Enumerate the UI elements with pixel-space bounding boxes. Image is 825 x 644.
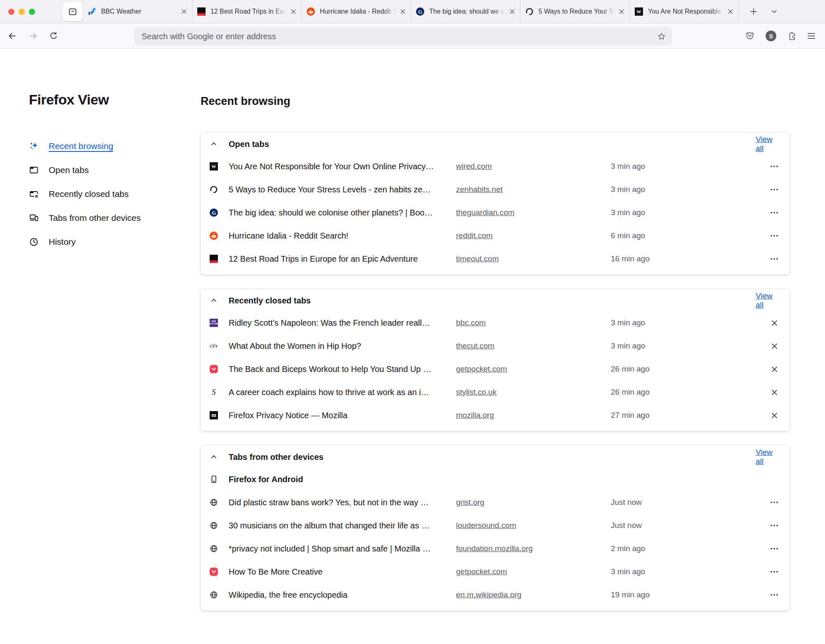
sidebar-item-recently-closed[interactable]: Recently closed tabs bbox=[29, 182, 177, 206]
tab-title: 5 Ways to Reduce Your St bbox=[539, 8, 616, 15]
app-menu-button[interactable] bbox=[807, 32, 816, 40]
row-dismiss-button[interactable] bbox=[768, 410, 780, 421]
list-all-tabs-button[interactable] bbox=[768, 6, 780, 17]
browser-tab[interactable]: Hurricane Idalia - Reddit S bbox=[301, 0, 411, 23]
browser-tab[interactable]: BBC Weather bbox=[83, 0, 192, 23]
tab-row[interactable]: Hurricane Idalia - Reddit Search! reddit… bbox=[210, 224, 780, 247]
row-menu-button[interactable] bbox=[768, 568, 780, 575]
url-input[interactable] bbox=[141, 31, 656, 42]
extensions-button[interactable] bbox=[786, 30, 798, 42]
url-bar[interactable] bbox=[134, 27, 672, 45]
row-url-link[interactable]: mozilla.org bbox=[456, 411, 494, 420]
row-title: Ridley Scott’s Napoleon: Was the French … bbox=[229, 318, 456, 328]
close-window-button[interactable] bbox=[8, 9, 14, 15]
row-title: Firefox Privacy Notice — Mozilla bbox=[229, 411, 456, 420]
tab-row[interactable]: The Back and Biceps Workout to Help You … bbox=[210, 358, 780, 381]
collapse-chevron-icon[interactable] bbox=[210, 453, 218, 461]
collapse-chevron-icon[interactable] bbox=[210, 140, 218, 148]
sidebar-item-label: History bbox=[49, 237, 76, 247]
ellipsis-icon bbox=[771, 235, 778, 237]
row-menu-button[interactable] bbox=[768, 545, 780, 552]
collapse-chevron-icon[interactable] bbox=[210, 296, 218, 305]
row-menu-button[interactable] bbox=[768, 209, 780, 216]
sidebar-item-label: Tabs from other devices bbox=[49, 213, 141, 223]
tab-row[interactable]: THECUT What About the Women in Hip Hop? … bbox=[210, 334, 780, 358]
view-all-link[interactable]: View all bbox=[756, 448, 780, 466]
ellipsis-icon bbox=[771, 258, 778, 260]
reload-button[interactable] bbox=[48, 30, 59, 42]
firefox-view-button[interactable] bbox=[63, 2, 83, 21]
tab-close-icon[interactable] bbox=[290, 8, 297, 15]
tab-row[interactable]: m Firefox Privacy Notice — Mozilla mozil… bbox=[210, 404, 780, 427]
browser-tab[interactable]: 12 Best Road Trips in Euro bbox=[192, 0, 301, 23]
tab-row[interactable]: S A career coach explains how to thrive … bbox=[210, 381, 780, 404]
row-time: 26 min ago bbox=[611, 388, 756, 397]
row-url-link[interactable]: thecut.com bbox=[456, 341, 494, 350]
view-all-link[interactable]: View all bbox=[756, 291, 780, 310]
tab-row[interactable]: W You Are Not Responsible for Your Own O… bbox=[210, 155, 780, 178]
sidebar-item-history[interactable]: History bbox=[29, 230, 177, 254]
sidebar-item-open-tabs[interactable]: Open tabs bbox=[29, 158, 177, 182]
wired-icon: W bbox=[635, 7, 643, 16]
tab-close-icon[interactable] bbox=[727, 8, 734, 15]
row-time: 26 min ago bbox=[611, 365, 756, 374]
device-row: Firefox for Android bbox=[210, 468, 780, 491]
tab-row[interactable]: 12 Best Road Trips in Europe for an Epic… bbox=[210, 247, 780, 270]
view-all-link[interactable]: View all bbox=[756, 135, 780, 153]
row-menu-button[interactable] bbox=[768, 522, 780, 529]
s-extension-button[interactable]: S bbox=[765, 30, 777, 42]
row-dismiss-button[interactable] bbox=[768, 340, 780, 352]
tab-close-icon[interactable] bbox=[508, 8, 516, 15]
browser-tab[interactable]: 5 Ways to Reduce Your St bbox=[520, 0, 629, 23]
pocket-toolbar-button[interactable] bbox=[744, 30, 756, 42]
row-url-link[interactable]: en.m.wikipedia.org bbox=[456, 590, 521, 599]
tab-row[interactable]: 5 Ways to Reduce Your Stress Levels - ze… bbox=[210, 178, 780, 201]
timeout-icon bbox=[210, 255, 218, 263]
row-menu-button[interactable] bbox=[768, 163, 780, 170]
tab-close-icon[interactable] bbox=[180, 8, 188, 15]
timeout-icon bbox=[197, 7, 206, 16]
row-menu-button[interactable] bbox=[768, 186, 780, 193]
row-url-link[interactable]: foundation.mozilla.org bbox=[456, 544, 533, 553]
tab-row[interactable]: How To Be More Creative getpocket.com 3 … bbox=[210, 560, 780, 583]
row-dismiss-button[interactable] bbox=[768, 317, 780, 329]
tab-row[interactable]: Wikipedia, the free encyclopedia en.m.wi… bbox=[210, 583, 780, 606]
tab-row[interactable]: Did plastic straw bans work? Yes, but no… bbox=[210, 491, 780, 514]
tab-row[interactable]: *privacy not included | Shop smart and s… bbox=[210, 537, 780, 560]
tab-row[interactable]: BBBCULTURE Ridley Scott’s Napoleon: Was … bbox=[210, 311, 780, 334]
zoom-window-button[interactable] bbox=[29, 9, 35, 15]
sidebar-item-recent-browsing[interactable]: Recent browsing bbox=[29, 134, 177, 158]
browser-tab[interactable]: G The big idea: should we c bbox=[411, 0, 520, 23]
row-url-link[interactable]: getpocket.com bbox=[456, 365, 507, 374]
row-url-link[interactable]: wired.com bbox=[456, 162, 492, 171]
tab-close-icon[interactable] bbox=[399, 8, 407, 15]
chevron-down-icon bbox=[770, 7, 778, 16]
row-url-link[interactable]: zenhabits.net bbox=[456, 185, 503, 194]
row-dismiss-button[interactable] bbox=[768, 386, 780, 398]
row-url-link[interactable]: bbc.com bbox=[456, 318, 486, 327]
row-menu-button[interactable] bbox=[768, 592, 780, 598]
row-menu-button[interactable] bbox=[768, 256, 780, 262]
row-dismiss-button[interactable] bbox=[768, 363, 780, 375]
new-tab-button[interactable] bbox=[748, 6, 759, 17]
row-url-link[interactable]: reddit.com bbox=[456, 231, 493, 240]
tab-row[interactable]: 30 musicians on the album that changed t… bbox=[210, 514, 780, 537]
row-url-link[interactable]: loudersound.com bbox=[456, 521, 516, 530]
row-time: 27 min ago bbox=[611, 411, 756, 420]
row-menu-button[interactable] bbox=[768, 499, 780, 506]
row-url-link[interactable]: timeout.com bbox=[456, 254, 499, 263]
tab-close-icon[interactable] bbox=[618, 8, 625, 15]
row-menu-button[interactable] bbox=[768, 232, 780, 239]
row-url-link[interactable]: stylist.co.uk bbox=[456, 388, 496, 397]
tab-row[interactable]: G The big idea: should we colonise other… bbox=[210, 201, 780, 224]
browser-tab[interactable]: W You Are Not Responsible f bbox=[629, 0, 739, 23]
bookmark-star-icon[interactable] bbox=[656, 31, 667, 42]
row-url-link[interactable]: grist.org bbox=[456, 498, 485, 507]
ellipsis-icon bbox=[771, 594, 778, 596]
forward-button[interactable] bbox=[27, 30, 39, 42]
minimize-window-button[interactable] bbox=[19, 9, 25, 15]
row-url-link[interactable]: getpocket.com bbox=[456, 567, 507, 576]
back-button[interactable] bbox=[7, 30, 18, 42]
sidebar-item-tabs-other-devices[interactable]: Tabs from other devices bbox=[29, 206, 177, 230]
row-url-link[interactable]: theguardian.com bbox=[456, 208, 515, 217]
